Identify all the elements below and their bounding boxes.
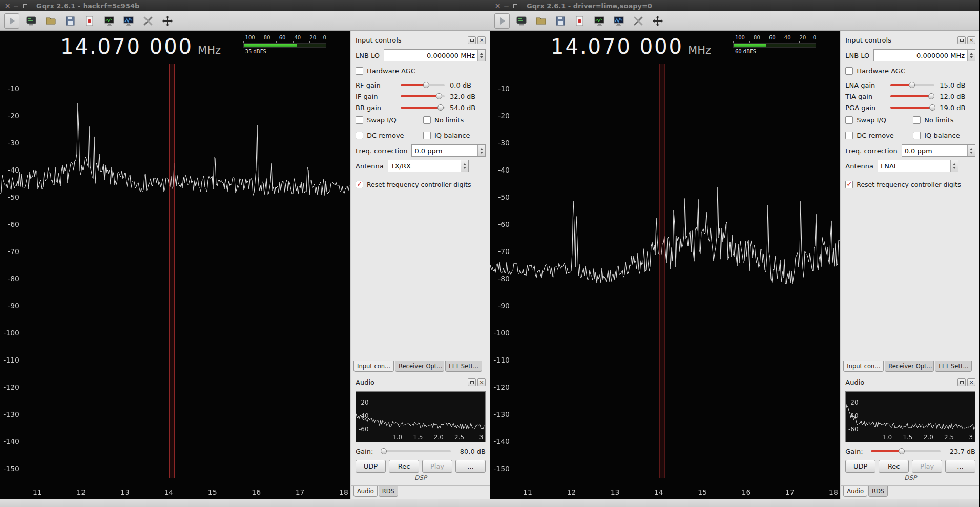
checkbox-icon[interactable] — [913, 132, 921, 139]
audio-gain-slider[interactable] — [381, 447, 451, 456]
close-icon[interactable]: × — [3, 1, 12, 11]
gain-3-slider[interactable] — [890, 103, 934, 112]
spinner-arrows-icon[interactable] — [967, 145, 975, 156]
slider-knob[interactable] — [437, 104, 444, 111]
gain-1-slider[interactable] — [401, 80, 445, 90]
dc-remove-checkbox[interactable]: DC remove — [845, 132, 913, 139]
tab-input-controls[interactable]: Input con... — [353, 361, 394, 372]
audio-display-button[interactable] — [611, 13, 627, 29]
udp-button[interactable]: UDP — [845, 460, 875, 473]
iq-record-button[interactable] — [82, 13, 97, 29]
dc-remove-checkbox[interactable]: DC remove — [356, 132, 423, 139]
tab-fft-settings[interactable]: FFT Sett... — [935, 361, 972, 372]
antenna-value[interactable]: TX/RX — [388, 160, 461, 172]
spectrum-plot[interactable] — [490, 64, 840, 499]
antenna-combobox[interactable]: LNAL — [878, 160, 958, 172]
audio-display-button[interactable] — [121, 13, 136, 29]
configure-io-button[interactable] — [24, 13, 39, 29]
spinner-arrows-icon[interactable] — [967, 50, 975, 61]
tab-rds[interactable]: RDS — [379, 486, 398, 497]
tools-button[interactable] — [631, 13, 646, 29]
iq-record-button[interactable] — [572, 13, 588, 29]
swap-iq-checkbox[interactable]: Swap I/Q — [845, 116, 913, 124]
close-panel-icon[interactable]: × — [477, 378, 486, 386]
play-audio-button[interactable]: Play — [422, 460, 452, 473]
freq-correction-spinbox[interactable]: 0.0 ppm — [411, 144, 486, 157]
close-panel-icon[interactable]: × — [477, 36, 486, 44]
checkbox-icon[interactable] — [423, 116, 431, 124]
gain-1-slider[interactable] — [890, 80, 934, 90]
float-panel-icon[interactable] — [957, 36, 966, 44]
tab-audio[interactable]: Audio — [843, 486, 867, 497]
gain-2-slider[interactable] — [890, 92, 934, 101]
tab-rds[interactable]: RDS — [868, 486, 888, 497]
more-options-button[interactable]: ... — [455, 460, 486, 473]
freq-correction-value[interactable]: 0.0 ppm — [902, 145, 967, 156]
tab-receiver-options[interactable]: Receiver Opt... — [885, 361, 934, 372]
iq-balance-checkbox[interactable]: IQ balance — [913, 132, 960, 139]
gain-3-slider[interactable] — [401, 103, 445, 112]
udp-button[interactable]: UDP — [356, 460, 386, 473]
slider-knob[interactable] — [423, 82, 429, 88]
slider-knob[interactable] — [436, 93, 442, 99]
fullscreen-button[interactable] — [160, 13, 175, 29]
lnb-lo-spinbox[interactable]: 0.000000 MHz — [384, 49, 486, 61]
reset-digits-checkbox[interactable]: Reset frequency controller digits — [356, 178, 486, 191]
tab-audio[interactable]: Audio — [353, 486, 378, 497]
tab-receiver-options[interactable]: Receiver Opt... — [395, 361, 444, 372]
close-panel-icon[interactable]: × — [967, 378, 975, 386]
antenna-combobox[interactable]: TX/RX — [388, 160, 469, 172]
swap-iq-checkbox[interactable]: Swap I/Q — [356, 116, 423, 124]
checkbox-icon[interactable] — [845, 116, 853, 124]
slider-knob[interactable] — [929, 104, 935, 111]
checkbox-icon[interactable] — [913, 116, 921, 124]
more-options-button[interactable]: ... — [945, 460, 975, 473]
frequency-display[interactable]: 14.070 000 MHz — [60, 35, 221, 58]
checkbox-icon[interactable] — [356, 132, 363, 139]
titlebar[interactable]: × − Gqrx 2.6.1 - driver=lime,soapy=0 — [490, 0, 979, 11]
play-audio-button[interactable]: Play — [912, 460, 942, 473]
hardware-agc-checkbox[interactable]: Hardware AGC — [845, 65, 975, 77]
frequency-digits[interactable]: 14.070 000 — [60, 35, 193, 58]
open-file-button[interactable] — [43, 13, 58, 29]
combo-arrows-icon[interactable] — [461, 160, 468, 172]
play-button[interactable] — [494, 13, 510, 29]
iq-balance-checkbox[interactable]: IQ balance — [423, 132, 470, 139]
combo-arrows-icon[interactable] — [950, 160, 958, 172]
freq-correction-spinbox[interactable]: 0.0 ppm — [902, 144, 975, 157]
open-file-button[interactable] — [533, 13, 549, 29]
audio-gain-slider[interactable] — [871, 447, 941, 456]
rec-button[interactable]: Rec — [879, 460, 909, 473]
gain-2-slider[interactable] — [401, 92, 445, 101]
titlebar[interactable]: × − Gqrx 2.6.1 - hackrf=5c954b — [0, 0, 490, 11]
minimize-icon[interactable]: − — [502, 1, 511, 11]
audio-spectrum-plot[interactable] — [845, 391, 975, 442]
slider-knob[interactable] — [928, 93, 934, 99]
save-file-button[interactable] — [62, 13, 78, 29]
checkbox-icon[interactable] — [845, 181, 853, 188]
lnb-lo-value[interactable]: 0.000000 MHz — [384, 50, 477, 61]
slider-knob[interactable] — [899, 448, 905, 454]
checkbox-icon[interactable] — [356, 67, 363, 75]
frequency-display[interactable]: 14.070 000 MHz — [551, 35, 711, 58]
checkbox-icon[interactable] — [845, 67, 853, 75]
checkbox-icon[interactable] — [356, 181, 363, 188]
dsp-display-button[interactable] — [101, 13, 117, 29]
dsp-display-button[interactable] — [592, 13, 607, 29]
antenna-value[interactable]: LNAL — [878, 160, 950, 172]
tab-fft-settings[interactable]: FFT Sett... — [445, 361, 482, 372]
float-panel-icon[interactable] — [957, 378, 966, 386]
audio-spectrum-plot[interactable] — [356, 391, 486, 442]
maximize-icon[interactable] — [20, 1, 29, 11]
play-button[interactable] — [4, 13, 19, 29]
tab-input-controls[interactable]: Input con... — [843, 361, 884, 372]
lnb-lo-spinbox[interactable]: 0.000000 MHz — [873, 49, 975, 61]
spinner-arrows-icon[interactable] — [477, 50, 485, 61]
spectrum-plot[interactable] — [0, 64, 350, 499]
lnb-lo-value[interactable]: 0.000000 MHz — [874, 50, 967, 61]
rec-button[interactable]: Rec — [389, 460, 419, 473]
hardware-agc-checkbox[interactable]: Hardware AGC — [356, 65, 486, 77]
configure-io-button[interactable] — [514, 13, 529, 29]
reset-digits-checkbox[interactable]: Reset frequency controller digits — [845, 178, 975, 191]
save-file-button[interactable] — [553, 13, 568, 29]
